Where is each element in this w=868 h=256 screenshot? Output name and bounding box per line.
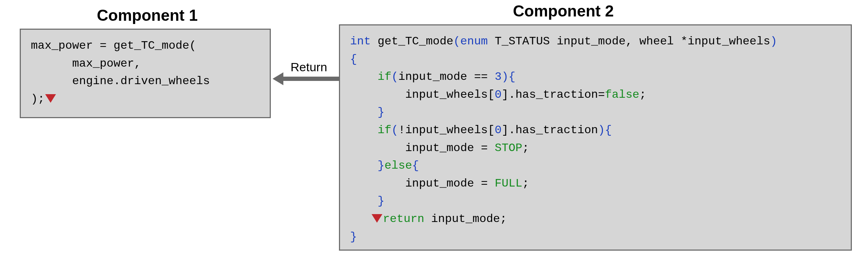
c1-line2: max_power, [31,57,141,70]
if1-num: 3 [495,70,501,83]
arrow-shaft [283,77,339,81]
c1-line1: max_power = get_TC_mode( [31,39,196,52]
if1-po: ( [391,70,398,83]
if1-idx: 0 [495,88,501,101]
kw-else: else [385,159,412,172]
component1-codebox: max_power = get_TC_mode( max_power, engi… [20,29,271,118]
ret-expr: input_mode; [424,212,507,226]
if2-cond: !input_wheels[ [398,124,495,137]
component1-code: max_power = get_TC_mode( max_power, engi… [31,37,260,108]
else-closeb: } [350,159,385,172]
block-close: } [350,194,385,208]
if1-cond: input_mode == [398,70,495,83]
component1-title: Component 1 [97,6,198,24]
if2-cond2: ].has_traction [501,124,598,137]
c1-line3: engine.driven_wheels [31,74,210,88]
enum-stop: STOP [495,141,522,155]
if1-pc: ){ [501,70,515,83]
enum-full: FULL [495,177,522,190]
diagram-canvas: Component 1 max_power = get_TC_mode( max… [0,0,868,256]
else-body: input_mode = [350,177,495,190]
kw-if1: if [378,70,391,83]
kw-int: int [350,35,371,48]
fn-name: get_TC_mode [371,35,453,48]
p-open: ( [453,35,460,48]
kw-return: return [383,212,424,226]
c1-line4: ); [31,92,44,106]
if1-body: input_wheels[ [350,88,495,101]
p-close: ) [770,35,777,48]
component2-codebox: int get_TC_mode(enum T_STATUS input_mode… [339,24,852,251]
breakpoint-icon [45,94,56,103]
component2-code: int get_TC_mode(enum T_STATUS input_mode… [350,33,841,246]
kw-enum: enum [460,35,488,48]
brace-open: { [350,53,357,66]
if2-semi: ; [522,141,529,155]
kw-if2: if [378,124,391,137]
kw-false: false [605,88,640,101]
if1-close: } [350,106,385,119]
else-openb: { [412,159,419,172]
return-arrow-label: Return [291,60,327,74]
if2-po: ( [391,124,398,137]
fn-params: T_STATUS input_mode, wheel *input_wheels [488,35,770,48]
if2-idx: 0 [495,124,501,137]
if1-body2: ].has_traction= [501,88,605,101]
arrow-head-icon [273,72,283,85]
if2-pc: ){ [598,124,612,137]
else-semi: ; [522,177,529,190]
brace-close: } [350,230,357,243]
breakpoint-icon [372,214,382,223]
if2-body: input_mode = [350,141,495,155]
if1-semi: ; [640,88,646,101]
component2-title: Component 2 [513,2,614,20]
